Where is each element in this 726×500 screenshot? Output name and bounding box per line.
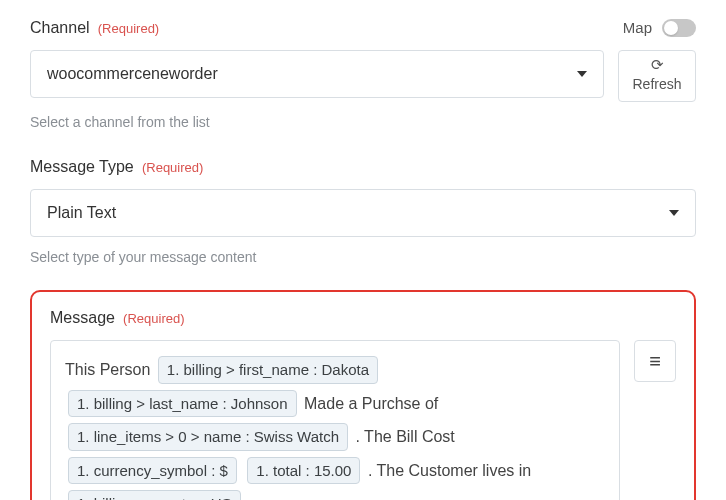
channel-required: (Required) [98, 21, 159, 36]
refresh-label: Refresh [632, 74, 681, 95]
data-token[interactable]: 1. billing > first_name : Dakota [158, 356, 378, 384]
message-options-button[interactable]: ≡ [634, 340, 676, 382]
message-label: Message [50, 309, 115, 326]
data-token[interactable]: 1. currency_symbol : $ [68, 457, 237, 485]
channel-select[interactable]: woocommerceneworder [30, 50, 604, 98]
data-token[interactable]: 1. total : 15.00 [247, 457, 360, 485]
message-type-value: Plain Text [47, 201, 116, 225]
message-required: (Required) [123, 311, 184, 326]
message-type-field: Message Type (Required) Plain Text Selec… [30, 155, 696, 268]
message-type-helper: Select type of your message content [30, 247, 696, 268]
message-type-required: (Required) [142, 160, 203, 175]
refresh-button[interactable]: ⟳ Refresh [618, 50, 696, 102]
map-toggle[interactable] [662, 19, 696, 37]
caret-down-icon [669, 210, 679, 216]
map-toggle-group: Map [623, 17, 696, 40]
channel-select-value: woocommerceneworder [47, 62, 218, 86]
data-token[interactable]: 1. line_items > 0 > name : Swiss Watch [68, 423, 348, 451]
channel-helper: Select a channel from the list [30, 112, 696, 133]
toggle-knob [664, 21, 678, 35]
channel-label: Channel [30, 19, 90, 36]
data-token[interactable]: 1. billing > country : US [68, 490, 241, 500]
message-type-label-row: Message Type (Required) [30, 155, 696, 179]
message-input[interactable]: This Person 1. billing > first_name : Da… [50, 340, 620, 500]
channel-label-row: Channel (Required) Map [30, 16, 696, 40]
data-token[interactable]: 1. billing > last_name : Johnson [68, 390, 297, 418]
message-type-label: Message Type [30, 158, 134, 175]
map-label: Map [623, 17, 652, 40]
caret-down-icon [577, 71, 587, 77]
channel-field: Channel (Required) Map woocommerceneword… [30, 16, 696, 133]
message-section: Message (Required) This Person 1. billin… [30, 290, 696, 500]
channel-label-group: Channel (Required) [30, 16, 159, 40]
refresh-icon: ⟳ [651, 57, 664, 72]
hamburger-icon: ≡ [649, 346, 661, 376]
message-type-select[interactable]: Plain Text [30, 189, 696, 237]
